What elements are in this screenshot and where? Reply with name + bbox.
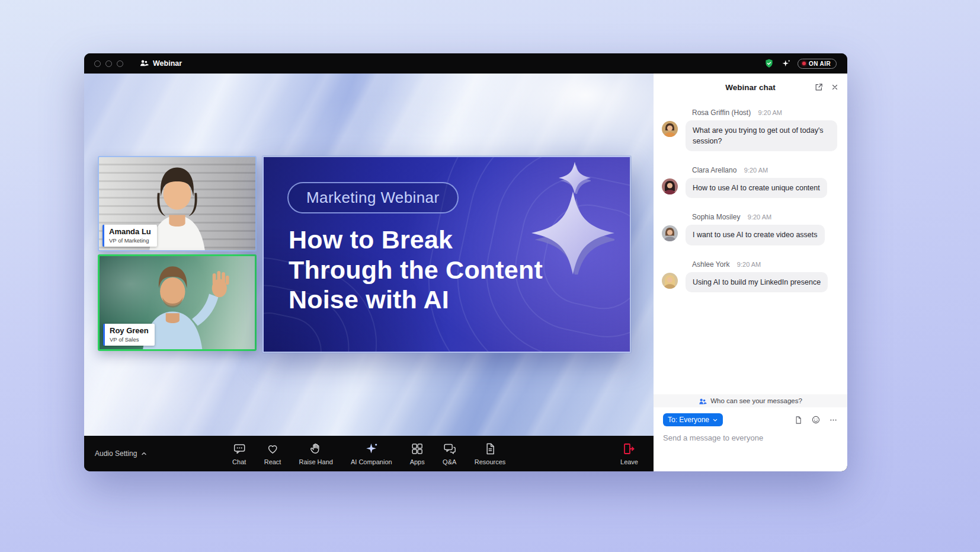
raise-hand-button[interactable]: Raise Hand (299, 442, 332, 465)
avatar (662, 273, 678, 289)
participant-name: Amanda Lu (109, 227, 151, 237)
more-options-button[interactable] (829, 416, 838, 425)
file-icon (794, 415, 803, 425)
recipient-selector[interactable]: To: Everyone (663, 413, 723, 426)
name-tag-amanda: Amanda Lu VP of Marketing (103, 225, 157, 247)
leave-button-label: Leave (620, 458, 638, 465)
leave-button[interactable]: Leave (620, 442, 638, 465)
security-shield-icon[interactable] (764, 58, 774, 69)
message-bubble: I want to use AI to create video assets (686, 225, 825, 245)
chat-header: Webinar chat (654, 74, 847, 101)
leave-door-icon (622, 442, 636, 456)
qa-bubbles-icon (443, 442, 457, 456)
close-icon (831, 83, 839, 91)
decorative-star-shape-large (531, 192, 614, 275)
chat-message: Ashlee York 9:20 AM Using AI to build my… (654, 259, 847, 292)
avatar (662, 121, 678, 137)
slide-badge: Marketing Webinar (287, 182, 459, 213)
apps-button-label: Apps (410, 458, 425, 465)
avatar (662, 225, 678, 241)
raise-hand-icon (309, 442, 323, 456)
video-tile-column: Amanda Lu VP of Marketing (98, 156, 257, 351)
chat-message: Rosa Griffin (Host) 9:20 AM What are you… (654, 107, 847, 151)
titlebar-status-icons: ON AIR (764, 58, 837, 69)
message-time: 9:20 AM (737, 261, 761, 268)
message-input[interactable] (663, 426, 838, 442)
maximize-window-button[interactable] (117, 60, 123, 67)
webinar-chat-panel: Webinar chat Rosa Griffin (Host) 9:20 AM (654, 74, 847, 471)
webinar-window: Webinar ON AIR (84, 53, 847, 471)
window-title-group: Webinar (139, 58, 182, 69)
raise-hand-button-label: Raise Hand (299, 458, 332, 465)
video-tile-roy[interactable]: Roy Green VP of Sales (98, 254, 257, 351)
close-chat-button[interactable] (831, 83, 839, 91)
on-air-label: ON AIR (809, 60, 831, 67)
window-controls (94, 60, 123, 67)
close-window-button[interactable] (94, 60, 101, 67)
message-bubble: How to use AI to create unique content (686, 178, 827, 198)
people-icon (699, 397, 707, 405)
audio-settings-label: Audio Setting (95, 449, 137, 458)
more-ellipsis-icon (829, 416, 838, 425)
chat-button-label: Chat (232, 458, 246, 465)
chat-button[interactable]: Chat (232, 442, 246, 465)
chat-message-list[interactable]: Rosa Griffin (Host) 9:20 AM What are you… (654, 101, 847, 394)
audio-settings-button[interactable]: Audio Setting (95, 436, 148, 471)
message-author: Sophia Mosiley (692, 213, 740, 221)
window-title: Webinar (153, 59, 182, 68)
name-tag-roy: Roy Green VP of Sales (103, 324, 155, 346)
avatar (662, 178, 678, 194)
chevron-up-icon (140, 450, 148, 457)
slide-title-line: Through the Content (289, 255, 543, 285)
chevron-down-icon (712, 417, 718, 423)
message-time: 9:20 AM (744, 167, 768, 174)
emoji-icon (811, 415, 821, 425)
ai-companion-status-icon[interactable] (781, 59, 791, 69)
resources-button[interactable]: Resources (475, 442, 506, 465)
message-bubble: What are you trying to get out of today'… (686, 120, 837, 151)
message-author: Clara Arellano (692, 166, 736, 174)
recipient-selector-label: To: Everyone (668, 416, 709, 424)
slide-title-line: How to Break (289, 225, 543, 255)
toolbar-center-group: Chat React Raise Hand (232, 436, 506, 471)
titlebar: Webinar ON AIR (84, 53, 847, 74)
react-button-label: React (264, 458, 281, 465)
message-bubble: Using AI to build my LinkedIn presence (686, 272, 828, 292)
on-air-badge: ON AIR (798, 59, 837, 69)
slide-title: How to Break Through the Content Noise w… (289, 225, 543, 315)
message-time: 9:20 AM (748, 213, 771, 221)
message-author: Ashlee York (692, 260, 729, 269)
document-icon (483, 442, 497, 456)
apps-button[interactable]: Apps (410, 442, 425, 465)
resources-button-label: Resources (475, 458, 506, 465)
apps-grid-icon (410, 442, 424, 456)
video-tile-amanda[interactable]: Amanda Lu VP of Marketing (98, 156, 257, 251)
popout-icon (814, 82, 824, 92)
privacy-note-text: Who can see your messages? (710, 397, 802, 404)
meeting-toolbar: Audio Setting Chat React (84, 436, 654, 471)
participant-role: VP of Marketing (109, 237, 151, 244)
message-author: Rosa Griffin (Host) (692, 109, 751, 117)
on-air-dot-icon (802, 62, 806, 65)
chat-composer: To: Everyone (654, 407, 847, 471)
participant-role: VP of Sales (110, 336, 149, 343)
chat-message: Clara Arellano 9:20 AM How to use AI to … (654, 164, 847, 198)
ai-companion-icon (364, 442, 379, 456)
chat-message: Sophia Mosiley 9:20 AM I want to use AI … (654, 211, 847, 245)
ai-companion-button[interactable]: AI Companion (351, 442, 392, 465)
react-button[interactable]: React (264, 442, 281, 465)
chat-icon (232, 442, 246, 456)
presentation-slide: Marketing Webinar How to Break Through t… (262, 156, 631, 353)
qa-button[interactable]: Q&A (443, 442, 457, 465)
decorative-star-shape-small (559, 162, 591, 194)
ai-companion-button-label: AI Companion (351, 458, 392, 465)
heart-icon (265, 442, 280, 456)
popout-chat-button[interactable] (814, 82, 824, 92)
emoji-button[interactable] (811, 415, 821, 425)
participant-name: Roy Green (110, 326, 149, 336)
attach-file-button[interactable] (794, 415, 803, 425)
slide-title-line: Noise with AI (289, 285, 543, 315)
message-time: 9:20 AM (758, 109, 782, 116)
video-stage: Amanda Lu VP of Marketing (84, 74, 654, 436)
minimize-window-button[interactable] (105, 60, 112, 67)
